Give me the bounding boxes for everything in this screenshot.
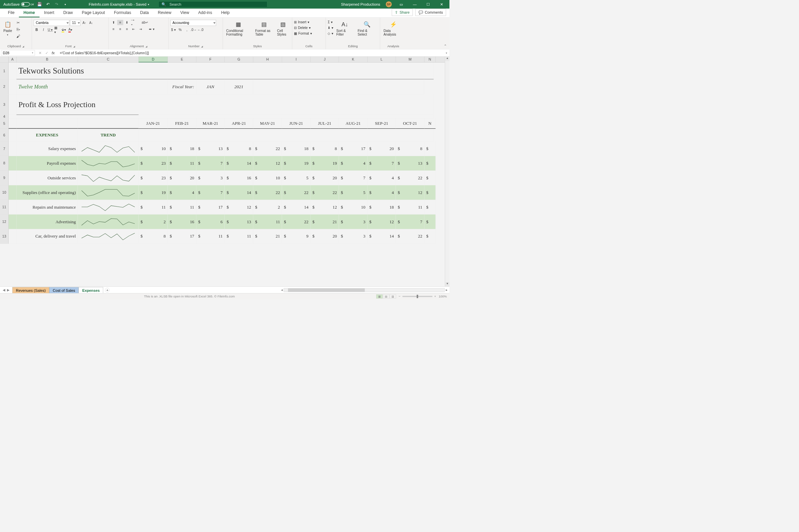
tab-home[interactable]: Home [19,8,39,17]
name-box[interactable]: D28▾ [1,50,35,56]
paste-button[interactable]: 📋 Paste ▾ [2,20,14,37]
zoom-slider[interactable] [403,296,432,297]
tab-draw[interactable]: Draw [59,8,77,17]
merge-center-button[interactable]: ⬌ ▾ [149,26,155,32]
col-header[interactable]: K [339,57,368,62]
sheet-nav-prev-icon[interactable]: ◀ [3,288,5,292]
close-icon[interactable]: ✕ [438,2,446,7]
sheet-tab-expenses[interactable]: Expenses [78,287,103,293]
enter-formula-icon[interactable]: ✓ [45,51,49,55]
autosum-button[interactable]: Σ ▾ [328,20,333,25]
fill-color-button[interactable]: ⬙ ▾ [61,27,67,33]
percent-button[interactable]: % [177,27,183,33]
row-header[interactable]: 8 [0,156,9,171]
sheet-tab-revenues[interactable]: Revenues (Sales) [12,287,49,293]
col-header[interactable]: D [138,57,168,62]
align-left-button[interactable]: ≡ [111,26,116,32]
maximize-icon[interactable]: ☐ [425,2,432,7]
minimize-icon[interactable]: — [411,2,419,7]
find-select-button[interactable]: 🔍Find & Select [356,20,378,38]
tab-addins[interactable]: Add-ins [194,8,217,17]
align-bottom-button[interactable]: ⬇ [124,20,130,25]
row-header[interactable]: 10 [0,185,9,200]
zoom-in-button[interactable]: + [434,294,436,298]
format-painter-button[interactable]: 🖌 [15,33,21,39]
row-header[interactable]: 4 [0,115,9,118]
italic-button[interactable]: I [41,27,47,33]
search-input[interactable] [169,2,264,6]
expand-formula-bar-icon[interactable]: ▾ [444,51,449,54]
decrease-font-button[interactable]: A↓ [88,20,94,26]
spreadsheet-grid[interactable]: A B C D E F G H I J K L M N 1 Tekworks S… [0,57,445,286]
orientation-button[interactable]: ⭬ ▾ [131,20,137,25]
row-header[interactable]: 11 [0,200,9,214]
dialog-launcher-icon[interactable]: ◢ [146,45,148,48]
cell-styles-button[interactable]: ▧Cell Styles [276,20,290,38]
page-break-view-button[interactable]: ▥ [390,294,396,299]
collapse-ribbon-button[interactable]: ⌃ [441,43,449,49]
col-header[interactable]: M [396,57,425,62]
tab-pagelayout[interactable]: Page Layout [77,8,109,17]
wrap-text-button[interactable]: ab↵ [142,20,148,25]
horizontal-scrollbar[interactable]: ◀ ▶ [112,287,449,293]
sheet-nav-next-icon[interactable]: ▶ [7,288,10,292]
normal-view-button[interactable]: ▦ [376,294,383,299]
border-button[interactable]: ▦ ▾ [54,27,60,33]
font-name-select[interactable]: Cambria [34,20,69,26]
account-name[interactable]: Sharpened Productions [341,2,380,6]
increase-font-button[interactable]: A↑ [81,20,87,26]
conditional-formatting-button[interactable]: ▦Conditional Formatting [225,20,252,38]
tab-help[interactable]: Help [217,8,234,17]
tab-file[interactable]: File [3,8,19,17]
share-button[interactable]: ⇪Share [392,8,413,16]
col-header[interactable]: A [9,57,17,62]
align-middle-button[interactable]: ≡ [117,20,123,25]
col-header[interactable]: B [17,57,78,62]
align-top-button[interactable]: ⬆ [111,20,116,25]
number-format-select[interactable]: Accounting [170,20,216,26]
formula-input[interactable]: ='Cost of Sales'!$D$16-tblExpenses[[#Tot… [58,51,443,55]
col-header[interactable]: L [368,57,396,62]
sort-filter-button[interactable]: A↓Sort & Filter [335,20,355,38]
col-header[interactable]: I [282,57,311,62]
tab-insert[interactable]: Insert [39,8,59,17]
col-header[interactable]: E [168,57,197,62]
row-header[interactable]: 9 [0,171,9,185]
row-header[interactable]: 13 [0,229,9,244]
format-as-table-button[interactable]: ▤Format as Table [254,20,274,38]
account-avatar[interactable]: SP [386,1,392,7]
dialog-launcher-icon[interactable]: ◢ [201,45,203,48]
select-all-corner[interactable] [0,57,9,62]
dialog-launcher-icon[interactable]: ◢ [73,45,75,48]
copy-button[interactable]: ⎘▾ [15,26,21,32]
dialog-launcher-icon[interactable]: ◢ [22,45,24,48]
row-header[interactable]: 2 [0,79,9,94]
save-icon[interactable]: 💾 [37,2,42,7]
autosave-toggle[interactable]: AutoSave Off [3,2,34,6]
decrease-decimal-button[interactable]: ←.0 [198,27,203,33]
fx-icon[interactable]: fx [52,51,55,55]
add-sheet-button[interactable]: + [105,288,110,292]
accounting-format-button[interactable]: $ ▾ [170,27,176,33]
data-analysis-button[interactable]: ⚡Data Analysis [382,20,405,38]
fill-button[interactable]: ⬇ ▾ [328,26,333,31]
ribbon-display-icon[interactable]: ▭ [397,2,406,7]
row-header[interactable]: 1 [0,62,9,79]
qat-more-icon[interactable]: ▾ [62,2,68,7]
col-header[interactable]: F [197,57,225,62]
align-right-button[interactable]: ≡ [124,26,130,32]
col-header[interactable]: C [78,57,138,62]
tab-review[interactable]: Review [153,8,176,17]
format-cells-button[interactable]: ▦Format ▾ [294,31,312,36]
col-header[interactable]: N [425,57,436,62]
sheet-tab-cost-of-sales[interactable]: Cost of Sales [49,287,78,293]
row-header[interactable]: 6 [0,129,9,141]
font-color-button[interactable]: A ▾ [68,27,74,33]
col-header[interactable]: G [225,57,253,62]
increase-decimal-button[interactable]: .0→ [191,27,197,33]
row-header[interactable]: 12 [0,214,9,229]
clear-button[interactable]: ◇ ▾ [328,31,333,36]
cut-button[interactable]: ✂ [15,20,21,26]
align-center-button[interactable]: ≡ [117,26,123,32]
row-header[interactable]: 7 [0,141,9,156]
